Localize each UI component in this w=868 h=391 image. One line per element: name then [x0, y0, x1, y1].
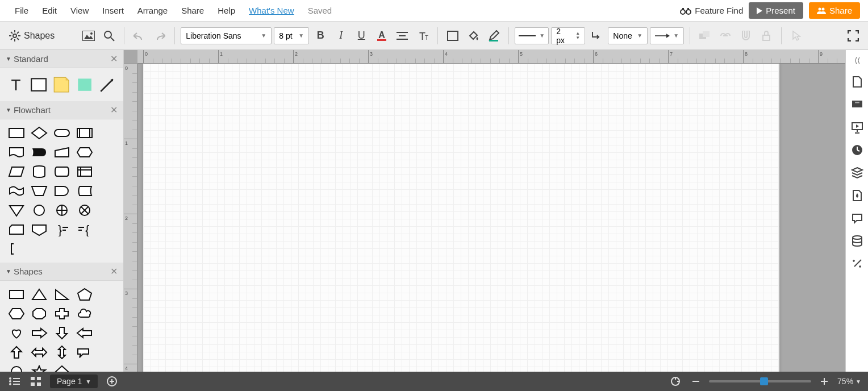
- sh-rect[interactable]: [7, 286, 26, 302]
- dock-theme[interactable]: [849, 188, 865, 203]
- sh-pentagon[interactable]: [75, 286, 94, 302]
- close-icon[interactable]: ✕: [110, 105, 118, 115]
- menu-view[interactable]: View: [64, 1, 95, 20]
- dock-data[interactable]: [849, 233, 865, 249]
- sh-heart[interactable]: [7, 325, 26, 341]
- fc-merge[interactable]: [7, 202, 26, 218]
- fc-brace-left[interactable]: {: [75, 222, 94, 238]
- canvas-page[interactable]: [143, 64, 779, 372]
- feature-find[interactable]: Feature Find: [680, 6, 743, 15]
- fc-paper-tape[interactable]: [7, 183, 26, 199]
- shapes-settings[interactable]: Shapes: [6, 30, 58, 41]
- sh-arrow-right[interactable]: [30, 325, 49, 341]
- zoom-select[interactable]: 75%▼: [837, 377, 861, 386]
- fc-document[interactable]: [7, 144, 26, 160]
- line-color-button[interactable]: [485, 27, 503, 45]
- shape-line-arrow[interactable]: [98, 75, 116, 94]
- close-icon[interactable]: ✕: [110, 53, 118, 64]
- fc-offpage[interactable]: [30, 222, 49, 238]
- target-button[interactable]: [668, 374, 683, 389]
- dock-chat[interactable]: [849, 210, 865, 226]
- close-icon[interactable]: ✕: [110, 266, 118, 277]
- fill-button[interactable]: [464, 27, 482, 45]
- sh-arrow-ud[interactable]: [52, 344, 72, 360]
- sh-arrow-lr[interactable]: [30, 344, 49, 360]
- menu-arrange[interactable]: Arrange: [131, 1, 174, 20]
- sh-cloud[interactable]: [75, 306, 94, 322]
- zoom-out-button[interactable]: [688, 374, 703, 389]
- fc-decision[interactable]: [30, 125, 49, 141]
- canvas-scroll[interactable]: [137, 64, 845, 372]
- italic-button[interactable]: I: [332, 27, 350, 45]
- line-end-select[interactable]: ▼: [650, 27, 684, 44]
- shape-rect[interactable]: [30, 75, 48, 94]
- text-size-button[interactable]: TT: [414, 27, 432, 45]
- fc-or[interactable]: [52, 202, 72, 218]
- magnet-button[interactable]: [737, 27, 755, 45]
- shape-note[interactable]: [52, 75, 70, 94]
- underline-button[interactable]: U: [352, 27, 370, 45]
- text-color-button[interactable]: A: [373, 27, 391, 45]
- add-page-button[interactable]: [105, 374, 119, 389]
- fc-stored-data[interactable]: [75, 183, 94, 199]
- dock-history[interactable]: [849, 142, 865, 158]
- fc-sum[interactable]: [75, 202, 94, 218]
- cursor-button[interactable]: [787, 27, 806, 45]
- fc-predefined[interactable]: [75, 125, 94, 141]
- lock-button[interactable]: [757, 27, 775, 45]
- sh-arrow-left[interactable]: [75, 325, 94, 341]
- menu-share[interactable]: Share: [174, 1, 211, 20]
- sh-arrow-down[interactable]: [52, 325, 72, 341]
- page-grid-button[interactable]: [28, 374, 43, 389]
- fc-brace-right[interactable]: }: [52, 222, 72, 238]
- sh-star[interactable]: [30, 364, 49, 372]
- undo-button[interactable]: [130, 27, 148, 45]
- fc-internal-storage[interactable]: [75, 164, 94, 180]
- shape-block[interactable]: [76, 75, 94, 94]
- fc-manual-input[interactable]: [52, 144, 72, 160]
- fc-card[interactable]: [7, 222, 26, 238]
- panel-shapes-header[interactable]: ▼Shapes ✕: [0, 263, 123, 281]
- fc-manual-op[interactable]: [30, 183, 49, 199]
- sh-cross[interactable]: [52, 306, 72, 322]
- align-button[interactable]: [393, 27, 411, 45]
- menu-edit[interactable]: Edit: [35, 1, 64, 20]
- line-style-select[interactable]: ▼: [515, 27, 549, 44]
- fc-preparation[interactable]: [75, 144, 94, 160]
- line-start-select[interactable]: None▼: [608, 27, 648, 44]
- dock-layers[interactable]: [849, 165, 865, 181]
- dock-present[interactable]: [849, 119, 865, 135]
- zoom-slider[interactable]: [709, 380, 811, 382]
- sh-callout[interactable]: [75, 344, 94, 360]
- zoom-thumb[interactable]: [760, 377, 768, 385]
- panel-standard-header[interactable]: ▼Standard ✕: [0, 50, 123, 68]
- fc-database[interactable]: [30, 164, 49, 180]
- menu-insert[interactable]: Insert: [95, 1, 131, 20]
- font-size-select[interactable]: 8 pt▼: [274, 27, 309, 44]
- link-button[interactable]: [716, 27, 735, 45]
- collapse-dock[interactable]: ⟨⟨: [852, 53, 862, 67]
- fc-terminator[interactable]: [52, 125, 72, 141]
- menu-whatsnew[interactable]: What's New: [242, 1, 301, 20]
- fc-direct-data[interactable]: [52, 164, 72, 180]
- sh-diamond[interactable]: [52, 364, 72, 372]
- image-button[interactable]: [80, 27, 98, 45]
- dock-magic[interactable]: [849, 256, 865, 272]
- share-button[interactable]: Share: [809, 2, 860, 19]
- page-tab[interactable]: Page 1▼: [50, 375, 98, 388]
- present-button[interactable]: Present: [749, 2, 803, 19]
- spinner[interactable]: ▲▼: [575, 31, 580, 40]
- redo-button[interactable]: [151, 27, 169, 45]
- dock-page[interactable]: [849, 74, 865, 90]
- sh-hexagon[interactable]: [7, 306, 26, 322]
- search-button[interactable]: [100, 27, 118, 45]
- fc-connector[interactable]: [30, 202, 49, 218]
- shape-text[interactable]: T: [7, 75, 25, 94]
- sh-right-triangle[interactable]: [52, 286, 72, 302]
- dock-comment[interactable]: "": [849, 97, 865, 113]
- fc-bracket[interactable]: [7, 241, 26, 257]
- zoom-in-button[interactable]: [817, 374, 832, 389]
- sh-circle[interactable]: [7, 364, 26, 372]
- fc-data[interactable]: [7, 164, 26, 180]
- menu-file[interactable]: File: [8, 1, 35, 20]
